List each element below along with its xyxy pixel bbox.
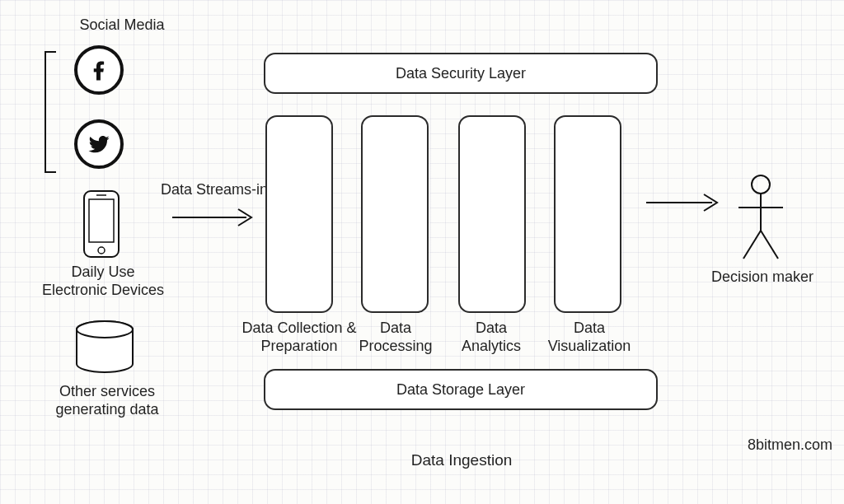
svg-point-8 [752, 175, 770, 194]
svg-point-5 [77, 321, 133, 338]
database-icon [73, 320, 137, 380]
pillar-collection [265, 115, 333, 313]
pillar-visualization [554, 115, 621, 313]
security-layer-box: Data Security Layer [264, 53, 658, 94]
source-bracket [45, 51, 56, 173]
daily-devices-label: Daily Use Electronic Devices [41, 264, 165, 299]
caption-label: Data Ingestion [379, 451, 544, 470]
pillar-processing [361, 115, 429, 313]
output-arrow-icon [643, 191, 725, 217]
storage-layer-box: Data Storage Layer [264, 369, 658, 410]
other-services-label: Other services generating data [41, 383, 173, 418]
pillar-analytics [458, 115, 526, 313]
decision-maker-icon [732, 173, 790, 267]
smartphone-icon [82, 189, 120, 262]
streams-in-arrow-icon [169, 206, 260, 232]
attribution-label: 8bitmen.com [709, 436, 832, 455]
security-layer-label: Data Security Layer [396, 65, 526, 82]
svg-rect-1 [89, 199, 114, 242]
storage-layer-label: Data Storage Layer [396, 381, 525, 399]
pillar-collection-label: Data Collection & Preparation [237, 320, 361, 355]
svg-line-12 [761, 231, 778, 259]
pillar-processing-label: Data Processing [354, 320, 437, 355]
social-media-label: Social Media [64, 16, 180, 35]
pillar-visualization-label: Data Visualization [544, 320, 635, 355]
pillar-analytics-label: Data Analytics [450, 320, 532, 355]
facebook-icon [74, 45, 124, 95]
svg-line-11 [743, 231, 761, 259]
decision-maker-label: Decision maker [705, 268, 820, 287]
twitter-icon [74, 119, 124, 169]
streams-in-label: Data Streams-in [148, 181, 280, 199]
